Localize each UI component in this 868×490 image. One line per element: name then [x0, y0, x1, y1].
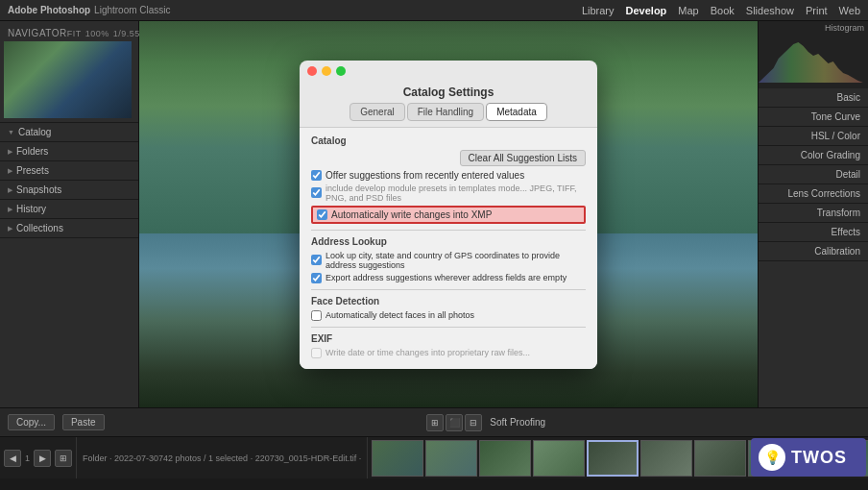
filmstrip-controls: ◀ 1 ▶ ⊞	[0, 437, 77, 478]
checkbox-auto-write-xmp[interactable]	[317, 209, 327, 220]
navigator-label: Navigator	[8, 28, 67, 38]
thumb-item[interactable]	[479, 440, 531, 477]
separator-1	[311, 230, 586, 231]
histogram-canvas	[759, 35, 868, 86]
option-write-date-time: Write date or time changes into propriet…	[311, 348, 586, 358]
thumb-item[interactable]	[533, 440, 585, 477]
navigator-header: Navigator FIT 100% 1/9.55	[4, 25, 134, 41]
nav-print[interactable]: Print	[806, 5, 828, 16]
thumb-item[interactable]	[372, 440, 423, 477]
catalog-section-title: Catalog	[311, 135, 586, 146]
checkbox-export-suggestions[interactable]	[311, 273, 322, 283]
navigator-thumb-image	[4, 41, 132, 118]
twos-lightbulb-icon: 💡	[764, 450, 781, 465]
filmstrip-counter: 1	[25, 453, 30, 463]
catalog-header[interactable]: Catalog	[0, 123, 138, 141]
nav-map[interactable]: Map	[678, 5, 698, 16]
filmstrip-info: Folder · 2022-07-30 742 photos / 1 selec…	[77, 437, 368, 478]
label-auto-write-xmp: Automatically write changes into XMP	[331, 209, 492, 220]
zoom-fit[interactable]: FIT	[67, 29, 82, 38]
tab-metadata[interactable]: Metadata	[486, 103, 547, 121]
snapshots-section: Snapshots	[0, 181, 138, 200]
copy-button[interactable]: Copy...	[8, 414, 55, 430]
modal-title: Catalog Settings	[300, 78, 597, 103]
label-auto-detect-faces: Automatically detect faces in all photos	[326, 310, 474, 320]
presets-header[interactable]: Presets	[0, 161, 138, 180]
left-panel: Navigator FIT 100% 1/9.55 Catalog Folder…	[0, 21, 139, 407]
traffic-lights	[300, 61, 597, 78]
history-header[interactable]: History	[0, 200, 138, 218]
filmstrip-grid-button[interactable]: ⊞	[55, 450, 72, 467]
nav-web[interactable]: Web	[839, 5, 860, 16]
filmstrip-next-button[interactable]: ▶	[34, 450, 51, 467]
snapshots-header[interactable]: Snapshots	[0, 181, 138, 199]
label-write-date-time: Write date or time changes into propriet…	[326, 348, 530, 357]
panel-item-effects[interactable]: Effects	[759, 223, 868, 242]
right-panel: Histogram Basic Tone Curve	[758, 21, 868, 407]
twos-icon: 💡	[759, 444, 785, 471]
soft-proofing-label: Soft Proofing	[490, 417, 545, 428]
separator-3	[311, 327, 586, 328]
zoom-custom[interactable]: 1/9.55	[113, 29, 140, 38]
thumb-item[interactable]	[640, 440, 692, 477]
panel-item-lens-corrections[interactable]: Lens Corrections	[759, 184, 868, 204]
collections-header[interactable]: Collections	[0, 219, 138, 237]
bottom-toolbar: Copy... Paste ⊞ ⬛ ⊟ Soft Proofing	[0, 407, 868, 436]
presets-section: Presets	[0, 161, 138, 181]
tab-general[interactable]: General	[350, 103, 405, 121]
panel-item-tone-curve[interactable]: Tone Curve	[759, 108, 868, 127]
tab-file-handling[interactable]: File Handling	[407, 103, 484, 121]
option-include-presets: include develop module presets in templa…	[311, 184, 586, 203]
nav-zoom-controls: FIT 100% 1/9.55	[67, 29, 140, 38]
option-auto-detect-faces: Automatically detect faces in all photos	[311, 310, 586, 321]
main-layout: Navigator FIT 100% 1/9.55 Catalog Folder…	[0, 21, 868, 407]
checkbox-offer-suggestions[interactable]	[311, 170, 322, 181]
checkbox-write-date-time[interactable]	[311, 348, 322, 358]
panel-item-detail[interactable]: Detail	[759, 165, 868, 184]
loupe-view-button[interactable]: ⬛	[446, 414, 463, 431]
paste-button[interactable]: Paste	[62, 414, 105, 430]
nav-library[interactable]: Library	[582, 5, 615, 16]
face-detection-title: Face Detection	[311, 296, 586, 306]
modal-tabs: General File Handling Metadata	[300, 103, 597, 128]
modal-body: Catalog Clear All Suggestion Lists Offer…	[300, 128, 597, 369]
panel-item-basic[interactable]: Basic	[759, 88, 868, 108]
close-button-icon[interactable]	[307, 66, 317, 76]
panel-item-hsl[interactable]: HSL / Color	[759, 127, 868, 146]
label-lookup-city: Look up city, state and country of GPS c…	[326, 251, 586, 270]
right-panel-items: Basic Tone Curve HSL / Color Color Gradi…	[759, 88, 868, 407]
thumb-item[interactable]	[587, 440, 639, 477]
catalog-settings-dialog[interactable]: Catalog Settings General File Handling M…	[300, 61, 597, 369]
folders-header[interactable]: Folders	[0, 142, 138, 160]
minimize-button-icon[interactable]	[322, 66, 331, 76]
thumb-item[interactable]	[425, 440, 477, 477]
clear-suggestions-button[interactable]: Clear All Suggestion Lists	[460, 150, 586, 166]
filmstrip-prev-button[interactable]: ◀	[4, 450, 21, 467]
checkbox-include-presets[interactable]	[311, 187, 322, 198]
thumb-item[interactable]	[694, 440, 746, 477]
zoom-100[interactable]: 100%	[85, 29, 109, 38]
address-lookup-title: Address Lookup	[311, 236, 586, 247]
svg-marker-0	[759, 42, 868, 83]
maximize-button-icon[interactable]	[336, 66, 346, 76]
grid-view-button[interactable]: ⊞	[426, 414, 444, 431]
panel-item-transform[interactable]: Transform	[759, 204, 868, 223]
navigator-section: Navigator FIT 100% 1/9.55	[0, 21, 138, 123]
compare-view-button[interactable]: ⊟	[465, 414, 482, 431]
checkbox-lookup-city[interactable]	[311, 255, 322, 265]
filmstrip-folder-info: Folder · 2022-07-30	[83, 453, 158, 463]
nav-develop[interactable]: Develop	[626, 5, 667, 16]
twos-text: TWOS	[791, 448, 847, 468]
exif-title: EXIF	[311, 333, 586, 344]
nav-slideshow[interactable]: Slideshow	[746, 5, 794, 16]
label-include-presets: include develop module presets in templa…	[326, 184, 586, 203]
nav-book[interactable]: Book	[711, 5, 735, 16]
separator-2	[311, 289, 586, 290]
panel-item-calibration[interactable]: Calibration	[759, 242, 868, 261]
panel-item-color-grading[interactable]: Color Grading	[759, 146, 868, 165]
navigator-thumbnail[interactable]	[4, 41, 132, 118]
filmstrip: ◀ 1 ▶ ⊞ Folder · 2022-07-30 742 photos /…	[0, 436, 868, 478]
collections-section: Collections	[0, 219, 138, 238]
checkbox-auto-detect-faces[interactable]	[311, 310, 322, 321]
top-bar: Adobe Photoshop Lightroom Classic Librar…	[0, 0, 868, 21]
